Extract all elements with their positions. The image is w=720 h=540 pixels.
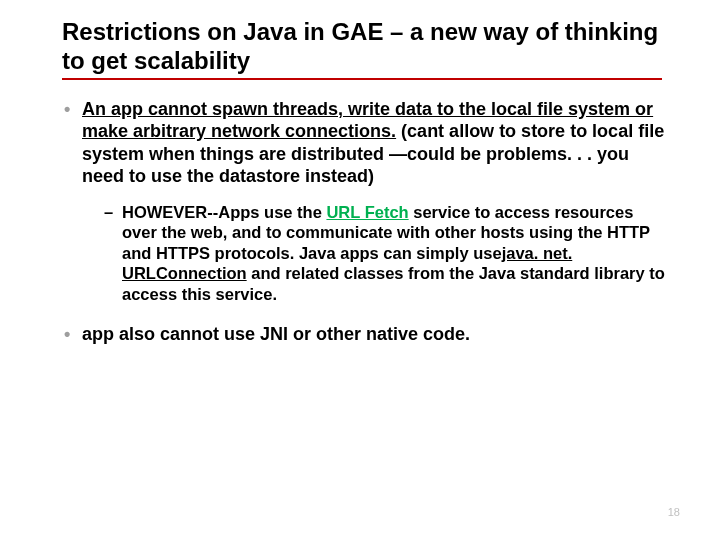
url-fetch-link[interactable]: URL Fetch bbox=[326, 203, 408, 221]
page-number: 18 bbox=[668, 506, 680, 518]
bullet-2: app also cannot use JNI or other native … bbox=[62, 323, 670, 346]
sub-bullet-1: HOWEVER--Apps use the URL Fetch service … bbox=[104, 202, 670, 305]
slide-title: Restrictions on Java in GAE – a new way … bbox=[62, 18, 662, 80]
sub-pre: HOWEVER--Apps use the bbox=[122, 203, 326, 221]
bullet-list: An app cannot spawn threads, write data … bbox=[62, 98, 670, 346]
slide: Restrictions on Java in GAE – a new way … bbox=[0, 0, 720, 540]
bullet-1: An app cannot spawn threads, write data … bbox=[62, 98, 670, 305]
sub-list: HOWEVER--Apps use the URL Fetch service … bbox=[82, 202, 670, 305]
